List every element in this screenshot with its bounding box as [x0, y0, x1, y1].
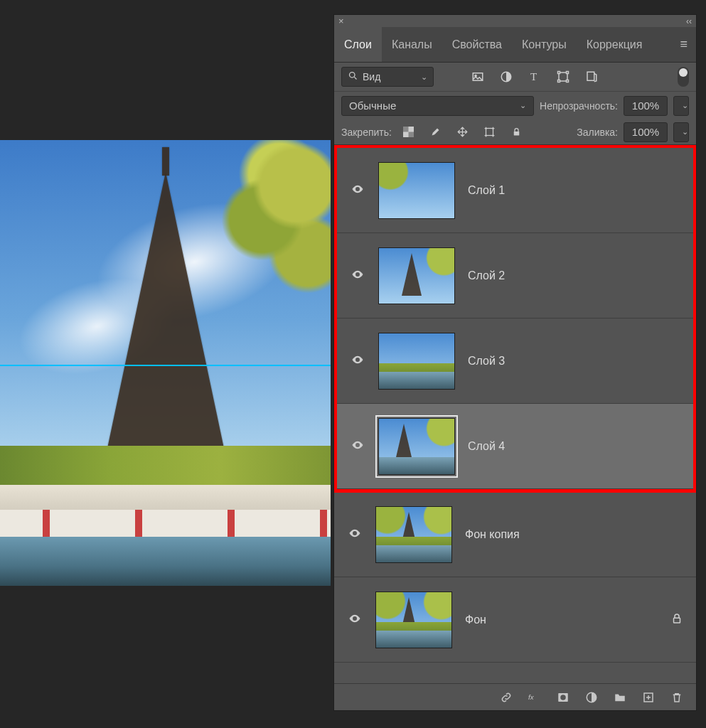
chevron-down-icon: ⌄ — [421, 73, 427, 82]
layer-row[interactable]: Слой 3 — [337, 318, 693, 404]
lock-icon — [670, 612, 683, 627]
fill-dropdown-button[interactable]: ⌄ — [673, 122, 689, 142]
tab-channels[interactable]: Каналы — [382, 27, 442, 62]
layer-thumbnail[interactable] — [378, 418, 455, 475]
panel-tabs: Слои Каналы Свойства Контуры Коррекция ≡ — [334, 27, 696, 63]
lock-fill-row: Закрепить: Заливка: 100% ⌄ — [334, 119, 696, 145]
lock-artboard-icon[interactable] — [481, 124, 498, 141]
layer-thumbnail[interactable] — [375, 506, 452, 563]
layer-row[interactable]: Фон — [334, 577, 696, 663]
blend-opacity-row: Обычные ⌄ Непрозрачность: 100% ⌄ — [334, 91, 696, 119]
fill-input[interactable]: 100% — [624, 122, 668, 142]
layer-name[interactable]: Фон — [465, 614, 486, 626]
svg-rect-13 — [403, 127, 409, 132]
annotation-highlight: Слой 1 Слой 2 Слой 3 — [334, 145, 696, 493]
layer-name[interactable]: Слой 3 — [468, 355, 505, 368]
canvas-image — [0, 140, 331, 586]
layer-name[interactable]: Слой 2 — [468, 269, 505, 282]
blend-mode-value: Обычные — [349, 100, 396, 112]
fill-value: 100% — [632, 126, 659, 138]
filter-kind-value[interactable] — [363, 71, 405, 82]
blend-mode-dropdown[interactable]: Обычные ⌄ — [341, 96, 534, 116]
opacity-dropdown-button[interactable]: ⌄ — [673, 96, 689, 116]
panel-footer: fx — [334, 683, 696, 710]
visibility-toggle-icon[interactable] — [350, 353, 365, 368]
panel-menu-icon[interactable]: ≡ — [671, 37, 696, 52]
svg-rect-17 — [674, 618, 680, 623]
add-mask-icon[interactable] — [557, 691, 569, 704]
lock-pixels-icon[interactable] — [427, 124, 444, 141]
layer-thumbnail[interactable] — [378, 333, 455, 390]
layer-row[interactable]: Слой 1 — [337, 148, 693, 233]
opacity-label: Непрозрачность: — [540, 100, 618, 112]
svg-rect-11 — [587, 72, 594, 80]
filter-adjustment-icon[interactable] — [498, 68, 515, 85]
layer-name[interactable]: Слой 1 — [468, 184, 505, 197]
document-canvas[interactable] — [0, 140, 331, 586]
layer-name[interactable]: Слой 4 — [468, 440, 505, 453]
lock-label: Закрепить: — [341, 127, 392, 138]
svg-rect-9 — [558, 80, 560, 82]
lock-all-icon[interactable] — [508, 124, 525, 141]
visibility-toggle-icon[interactable] — [350, 183, 365, 198]
delete-layer-icon[interactable] — [670, 691, 683, 704]
layer-filter-row: ⌄ T — [334, 63, 696, 91]
tab-layers[interactable]: Слои — [334, 27, 382, 62]
tab-properties[interactable]: Свойства — [442, 27, 512, 62]
new-layer-icon[interactable] — [642, 691, 655, 704]
tab-paths[interactable]: Контуры — [512, 27, 577, 62]
filter-kind-dropdown[interactable]: ⌄ — [341, 67, 434, 87]
filter-smartobject-icon[interactable] — [583, 68, 600, 85]
panel-titlebar: × ‹‹ — [334, 15, 696, 27]
lock-transparency-icon[interactable] — [400, 124, 417, 141]
svg-rect-15 — [486, 129, 493, 136]
layer-thumbnail[interactable] — [378, 247, 455, 304]
opacity-input[interactable]: 100% — [624, 96, 668, 116]
filter-shape-icon[interactable] — [555, 68, 572, 85]
new-group-icon[interactable] — [614, 691, 626, 704]
svg-line-1 — [354, 77, 356, 79]
svg-rect-10 — [567, 80, 569, 82]
svg-point-20 — [560, 695, 566, 700]
tab-adjustments[interactable]: Коррекция — [577, 27, 653, 62]
svg-text:T: T — [530, 71, 537, 82]
chevron-down-icon: ⌄ — [682, 101, 688, 110]
link-layers-icon[interactable] — [500, 691, 513, 704]
layer-row[interactable]: Слой 2 — [337, 233, 693, 318]
layers-list: Слой 1 Слой 2 Слой 3 — [334, 145, 696, 683]
layer-row[interactable]: Слой 4 — [337, 404, 693, 489]
svg-point-0 — [350, 73, 355, 78]
filter-type-icon[interactable]: T — [526, 68, 543, 85]
visibility-toggle-icon[interactable] — [347, 527, 363, 542]
svg-rect-14 — [409, 132, 414, 138]
layer-fx-icon[interactable]: fx — [528, 691, 541, 704]
lock-position-icon[interactable] — [454, 124, 471, 141]
filter-pixel-icon[interactable] — [469, 68, 486, 85]
search-icon — [348, 70, 358, 83]
layer-thumbnail[interactable] — [375, 592, 452, 648]
visibility-toggle-icon[interactable] — [350, 439, 365, 454]
layer-name[interactable]: Фон копия — [465, 528, 520, 541]
svg-text:fx: fx — [528, 693, 535, 701]
layer-thumbnail[interactable] — [378, 162, 455, 219]
fill-label: Заливка: — [577, 127, 618, 138]
svg-rect-8 — [567, 72, 569, 74]
svg-rect-16 — [514, 132, 520, 136]
chevron-down-icon: ⌄ — [682, 127, 688, 136]
filter-type-icons: T — [469, 68, 600, 85]
layers-panel: × ‹‹ Слои Каналы Свойства Контуры Коррек… — [333, 14, 697, 711]
collapse-icon[interactable]: ‹‹ — [686, 16, 692, 26]
opacity-value: 100% — [632, 100, 659, 112]
filter-toggle[interactable] — [678, 67, 689, 87]
layer-row[interactable]: Фон копия — [334, 492, 696, 577]
chevron-down-icon: ⌄ — [520, 101, 526, 110]
close-icon[interactable]: × — [338, 16, 344, 26]
svg-rect-7 — [558, 72, 560, 74]
visibility-toggle-icon[interactable] — [347, 612, 363, 627]
visibility-toggle-icon[interactable] — [350, 268, 365, 283]
guide-line[interactable] — [0, 365, 331, 366]
new-adjustment-icon[interactable] — [585, 691, 598, 704]
